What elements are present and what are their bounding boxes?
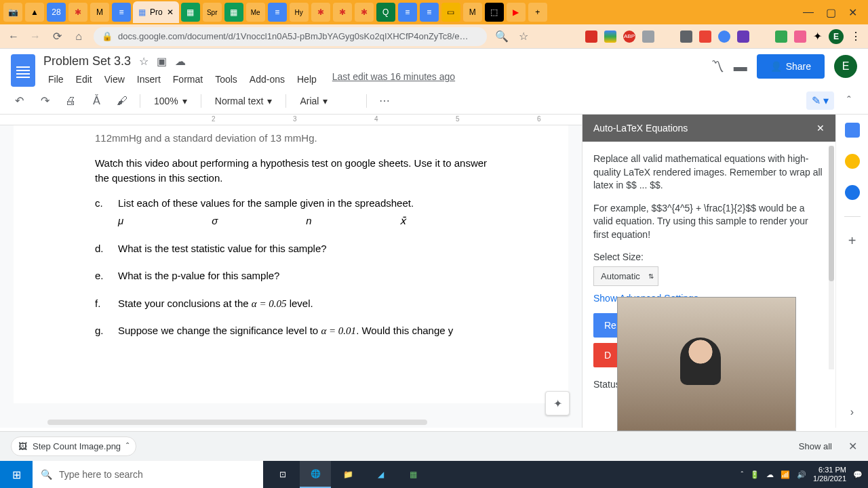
editing-mode-button[interactable]: ✎ ▾: [806, 92, 834, 110]
task-view-icon[interactable]: ⊡: [267, 461, 298, 488]
tab-favicon[interactable]: ≡: [112, 3, 131, 22]
notifications-icon[interactable]: 💬: [853, 470, 863, 479]
ext-icon[interactable]: [699, 30, 711, 43]
chrome-icon[interactable]: 🌐: [300, 461, 331, 488]
ext-icon[interactable]: [680, 30, 692, 43]
last-edit-link[interactable]: Last edit was 16 minutes ago: [332, 71, 455, 87]
menu-addons[interactable]: Add-ons: [245, 71, 290, 87]
chevron-up-icon[interactable]: ˆ: [126, 441, 129, 451]
wifi-icon[interactable]: 📶: [781, 470, 790, 479]
comments-icon[interactable]: ▬: [734, 59, 747, 75]
chevron-up-icon[interactable]: ˆ: [741, 470, 743, 479]
start-button[interactable]: ⊞: [0, 461, 33, 488]
zoom-select[interactable]: 100%▾: [150, 93, 191, 109]
tab-label[interactable]: Hy: [290, 3, 309, 22]
style-select[interactable]: Normal text▾: [211, 93, 277, 109]
ext-icon[interactable]: [756, 30, 768, 43]
star-icon[interactable]: ☆: [139, 55, 149, 68]
search-input[interactable]: 🔍 Type here to search: [33, 461, 263, 488]
account-avatar[interactable]: E: [834, 55, 857, 78]
undo-icon[interactable]: ↶: [11, 94, 27, 107]
forward-icon[interactable]: →: [28, 30, 42, 43]
ruler[interactable]: 2 3 4 5 6: [0, 115, 582, 125]
profile-avatar[interactable]: E: [829, 29, 844, 44]
star-icon[interactable]: ☆: [517, 30, 530, 43]
collapse-icon[interactable]: ˆ: [841, 95, 857, 107]
show-all-link[interactable]: Show all: [799, 441, 832, 451]
print-icon[interactable]: 🖨: [62, 95, 79, 107]
menu-view[interactable]: View: [100, 71, 130, 87]
redo-icon[interactable]: ↷: [37, 94, 53, 107]
tab-favicon[interactable]: ▭: [441, 3, 460, 22]
ext-icon[interactable]: [604, 30, 616, 43]
tab-favicon[interactable]: ⬚: [485, 3, 504, 22]
explorer-icon[interactable]: 📁: [332, 461, 363, 488]
add-icon[interactable]: +: [848, 233, 856, 249]
tab-favicon[interactable]: ≡: [398, 3, 417, 22]
ext-icon[interactable]: [794, 30, 806, 43]
menu-insert[interactable]: Insert: [132, 71, 165, 87]
tab-favicon[interactable]: ✱: [68, 3, 87, 22]
tray-icon[interactable]: ☁: [766, 470, 774, 479]
paint-format-icon[interactable]: 🖌: [114, 95, 130, 107]
close-icon[interactable]: ✕: [167, 7, 174, 17]
tab-favicon[interactable]: ▲: [25, 3, 44, 22]
horizontal-scrollbar[interactable]: [47, 420, 427, 425]
ext-icon[interactable]: [642, 30, 654, 43]
ext-icon[interactable]: [661, 30, 673, 43]
new-tab-button[interactable]: +: [528, 3, 547, 22]
explore-button[interactable]: ✦: [545, 391, 570, 415]
extensions-icon[interactable]: ✦: [813, 30, 822, 43]
document-canvas[interactable]: 2 3 4 5 6 112mmHg and a standard deviati…: [0, 115, 582, 428]
back-icon[interactable]: ←: [7, 30, 20, 43]
tab-favicon[interactable]: ▦: [181, 3, 200, 22]
tab-favicon[interactable]: ≡: [420, 3, 439, 22]
tab-favicon[interactable]: ▦: [224, 3, 243, 22]
address-bar[interactable]: 🔒 docs.google.com/document/d/1Vnoccl1n0A…: [94, 27, 487, 46]
tab-favicon[interactable]: ▶: [507, 3, 526, 22]
docs-logo-icon[interactable]: [11, 54, 35, 87]
vertical-scrollbar[interactable]: [829, 146, 834, 369]
close-icon[interactable]: ✕: [848, 6, 857, 19]
app-icon[interactable]: ▦: [397, 461, 429, 488]
close-icon[interactable]: ✕: [816, 123, 825, 134]
tab-favicon[interactable]: ✱: [311, 3, 330, 22]
menu-format[interactable]: Format: [168, 71, 208, 87]
ext-icon[interactable]: [737, 30, 749, 43]
menu-tools[interactable]: Tools: [210, 71, 242, 87]
tab-label[interactable]: Spr: [203, 3, 222, 22]
menu-file[interactable]: File: [43, 71, 68, 87]
zoom-icon[interactable]: 🔍: [495, 30, 509, 43]
tab-label[interactable]: Me: [246, 3, 265, 22]
document-page[interactable]: 112mmHg and a standard deviation of 13 m…: [14, 125, 568, 403]
ext-icon[interactable]: ABP: [623, 30, 635, 43]
tray-icon[interactable]: 🔋: [750, 470, 760, 479]
tab-favicon[interactable]: ✱: [333, 3, 352, 22]
tab-favicon[interactable]: ✱: [355, 3, 374, 22]
ext-icon[interactable]: [718, 30, 730, 43]
keep-icon[interactable]: [845, 154, 860, 169]
menu-help[interactable]: Help: [292, 71, 321, 87]
tab-favicon[interactable]: M: [463, 3, 482, 22]
download-item[interactable]: 🖼 Step Count Image.png ˆ: [11, 436, 136, 456]
trending-icon[interactable]: 〽: [711, 59, 724, 75]
ext-icon[interactable]: [775, 30, 787, 43]
tab-favicon[interactable]: Q: [376, 3, 395, 22]
ext-icon[interactable]: [585, 30, 597, 43]
cloud-icon[interactable]: ☁: [175, 55, 186, 68]
reload-icon[interactable]: ⟳: [50, 30, 64, 43]
tab-favicon[interactable]: 📷: [3, 3, 22, 22]
clock[interactable]: 6:31 PM 1/28/2021: [813, 466, 846, 483]
size-select[interactable]: Automatic: [593, 266, 658, 286]
more-icon[interactable]: ⋯: [376, 94, 393, 107]
tab-favicon[interactable]: ≡: [268, 3, 287, 22]
calendar-icon[interactable]: [845, 123, 860, 138]
maximize-icon[interactable]: ▢: [826, 6, 836, 19]
active-tab[interactable]: ▦ Pro ✕: [133, 1, 179, 23]
doc-title[interactable]: Problem Set 3.3: [43, 54, 131, 68]
close-icon[interactable]: ✕: [848, 440, 857, 453]
tasks-icon[interactable]: [845, 185, 860, 200]
volume-icon[interactable]: 🔊: [797, 470, 806, 479]
share-button[interactable]: 👤 Share: [757, 54, 825, 79]
menu-icon[interactable]: ⋮: [850, 30, 861, 43]
